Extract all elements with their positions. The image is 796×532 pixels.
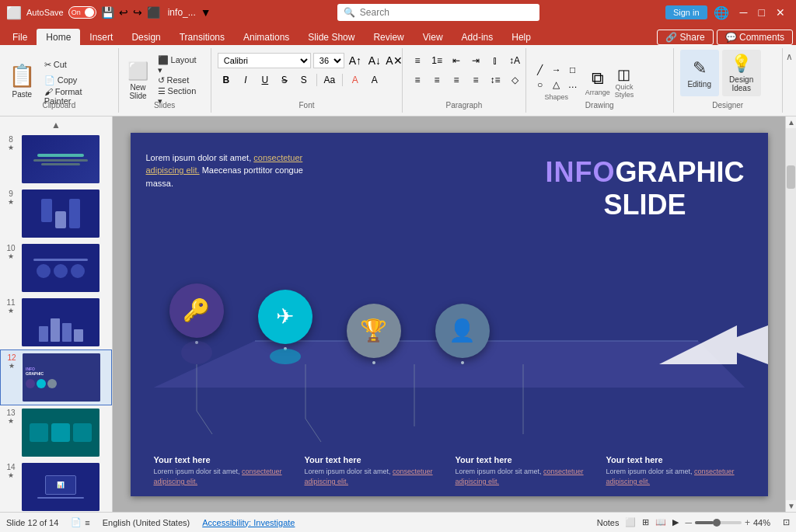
slide-canvas[interactable]: INFOGRAPHIC SLIDE Lorem ipsum dolor sit … — [131, 133, 768, 496]
tab-design[interactable]: Design — [122, 29, 169, 45]
scrollbar-thumb — [787, 165, 795, 189]
shape-line[interactable]: ╱ — [532, 63, 548, 77]
justify-button[interactable]: ≡ — [467, 72, 484, 88]
strikethrough-button[interactable]: S̶ — [276, 72, 293, 88]
font-size-select[interactable]: 36 — [313, 53, 344, 68]
shape-triangle[interactable]: △ — [549, 78, 564, 92]
tab-slideshow[interactable]: Slide Show — [298, 29, 364, 45]
text-direction-button[interactable]: ↕A — [506, 53, 523, 68]
highlight-button[interactable]: A — [366, 72, 383, 88]
ribbon-collapse-button[interactable]: ∧ — [786, 51, 793, 62]
title-bar-left: ⬜ AutoSave On 💾 ↩ ↪ ⬛ info_... ▼ — [6, 5, 211, 20]
slide-12-star: ★ — [9, 362, 15, 370]
scrollbar-up-button[interactable]: ▲ — [786, 116, 796, 128]
shape-rect[interactable]: □ — [565, 63, 581, 77]
line-spacing-button[interactable]: ↕≡ — [487, 72, 504, 88]
paste-button[interactable]: 📋 Paste — [6, 57, 38, 104]
slide-8-star: ★ — [8, 144, 14, 151]
panel-scroll-up[interactable]: ▲ — [0, 118, 112, 132]
accessibility-label[interactable]: Accessibility: Investigate — [202, 518, 295, 527]
columns-button[interactable]: ⫿ — [487, 53, 504, 68]
underline-button[interactable]: U — [257, 72, 274, 88]
zoom-in-button[interactable]: + — [745, 517, 750, 528]
circle-3-icon: 🏆 — [347, 304, 401, 358]
cut-button[interactable]: ✂ Cut — [41, 58, 112, 72]
autosave-toggle[interactable]: On — [68, 6, 96, 19]
slide-item-13[interactable]: 13 ★ — [0, 405, 112, 460]
copy-button[interactable]: 📄 Copy — [41, 74, 112, 88]
tab-insert[interactable]: Insert — [80, 29, 122, 45]
tab-view[interactable]: View — [414, 29, 452, 45]
notes-page-icon[interactable]: 📄 — [71, 517, 82, 527]
redo-icon[interactable]: ↪ — [133, 6, 142, 19]
layout-button[interactable]: ⬛ Layout ▾ — [155, 58, 204, 72]
maximize-button[interactable]: □ — [754, 6, 770, 19]
slide-sorter-icon[interactable]: ⊞ — [642, 517, 649, 527]
shape-more[interactable]: … — [565, 78, 581, 92]
close-button[interactable]: ✕ — [771, 6, 790, 19]
font-color-button[interactable]: A — [347, 72, 364, 88]
clear-format-button[interactable]: A✕ — [386, 53, 403, 68]
slide-item-11[interactable]: 11 ★ — [0, 295, 112, 349]
tab-home[interactable]: Home — [37, 29, 80, 45]
reading-view-icon[interactable]: 📖 — [655, 517, 666, 527]
fit-slide-button[interactable]: ⊡ — [783, 517, 790, 527]
circle-2-item: ✈ — [258, 290, 312, 364]
slide-item-8[interactable]: 8 ★ — [0, 132, 112, 186]
zoom-slider[interactable] — [695, 521, 742, 524]
shape-oval[interactable]: ○ — [532, 78, 548, 92]
tab-animations[interactable]: Animations — [234, 29, 298, 45]
font-decrease-button[interactable]: A↓ — [366, 53, 383, 68]
indent-less-button[interactable]: ⇤ — [448, 53, 465, 68]
tab-help[interactable]: Help — [502, 29, 540, 45]
change-case-button[interactable]: Aa — [321, 72, 338, 88]
align-right-button[interactable]: ≡ — [448, 72, 465, 88]
font-family-select[interactable]: Calibri — [218, 53, 311, 68]
sign-in-button[interactable]: Sign in — [665, 5, 707, 19]
tab-file[interactable]: File — [3, 29, 37, 45]
italic-button[interactable]: I — [237, 72, 254, 88]
slide-title-slide: SLIDE — [545, 189, 744, 221]
notes-button[interactable]: Notes — [597, 518, 620, 527]
outline-view-icon[interactable]: ≡ — [85, 518, 89, 527]
search-icon: 🔍 — [344, 7, 355, 18]
design-ideas-button[interactable]: 💡 DesignIdeas — [722, 50, 761, 96]
filename-dropdown-icon[interactable]: ▼ — [201, 6, 211, 19]
customize-icon[interactable]: ⬛ — [147, 6, 160, 19]
slide-item-12[interactable]: 12 ★ INFO GRAPHIC — [0, 349, 112, 405]
bullets-button[interactable]: ≡ — [409, 53, 426, 68]
bold-button[interactable]: B — [218, 72, 235, 88]
share-button[interactable]: 🔗 Share — [657, 30, 713, 45]
shape-arrow[interactable]: → — [549, 63, 564, 77]
zoom-out-button[interactable]: ─ — [685, 517, 692, 528]
slide-item-10[interactable]: 10 ★ — [0, 241, 112, 295]
scrollbar-down-button[interactable]: ▼ — [786, 500, 796, 512]
tab-transitions[interactable]: Transitions — [170, 29, 234, 45]
align-center-button[interactable]: ≡ — [428, 72, 445, 88]
tab-review[interactable]: Review — [364, 29, 413, 45]
search-input[interactable] — [360, 7, 533, 18]
comments-button[interactable]: 💬 Comments — [717, 30, 793, 45]
slide-14-thumb: 📊 — [22, 463, 100, 511]
undo-icon[interactable]: ↩ — [119, 6, 128, 19]
smart-art-button[interactable]: ◇ — [506, 72, 523, 88]
tab-addins[interactable]: Add-ins — [452, 29, 503, 45]
shadow-button[interactable]: S — [295, 72, 312, 88]
label-4-body: Lorem ipsum dolor sit amet, consectetuer… — [606, 467, 745, 486]
new-slide-button[interactable]: ⬜ NewSlide — [125, 57, 152, 104]
slide-item-14[interactable]: 14 ★ 📊 — [0, 460, 112, 512]
title-bar: ⬜ AutoSave On 💾 ↩ ↪ ⬛ info_... ▼ 🔍 Sign … — [0, 0, 796, 25]
normal-view-icon[interactable]: ⬜ — [625, 517, 636, 527]
font-increase-button[interactable]: A↑ — [347, 53, 364, 68]
save-icon[interactable]: 💾 — [101, 6, 114, 19]
numbering-button[interactable]: 1≡ — [428, 53, 445, 68]
circle-4-icon: 👤 — [435, 304, 490, 358]
slide-item-9[interactable]: 9 ★ — [0, 186, 112, 241]
indent-more-button[interactable]: ⇥ — [467, 53, 484, 68]
align-left-button[interactable]: ≡ — [409, 72, 426, 88]
editing-button[interactable]: ✎ Editing — [680, 50, 719, 96]
slideshow-icon[interactable]: ▶ — [672, 517, 679, 527]
minimize-button[interactable]: ─ — [735, 6, 752, 19]
circle-3-item: 🏆 — [347, 304, 401, 364]
search-bar[interactable]: 🔍 — [337, 4, 539, 21]
